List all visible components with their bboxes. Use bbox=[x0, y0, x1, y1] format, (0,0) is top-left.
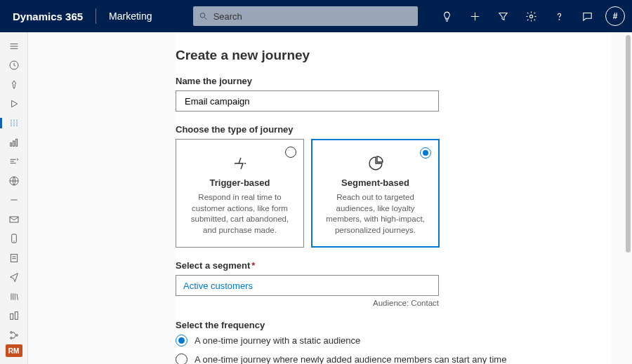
search-icon bbox=[199, 11, 208, 21]
card-trigger-title: Trigger-based bbox=[186, 177, 294, 188]
journey-name-input[interactable] bbox=[176, 90, 439, 112]
triggers-icon[interactable] bbox=[0, 152, 28, 171]
left-nav-rail: RM bbox=[0, 32, 28, 364]
filter-icon[interactable] bbox=[490, 0, 515, 32]
globe-icon[interactable] bbox=[0, 171, 28, 190]
svg-point-4 bbox=[529, 15, 532, 18]
app-name[interactable]: Marketing bbox=[96, 11, 164, 22]
svg-point-29 bbox=[15, 334, 18, 336]
radio-icon bbox=[176, 335, 187, 346]
pin-icon[interactable] bbox=[0, 75, 28, 94]
svg-rect-25 bbox=[10, 314, 13, 319]
plus-icon[interactable] bbox=[462, 0, 487, 32]
search-input[interactable] bbox=[212, 11, 412, 22]
freq-option-onetime-static[interactable]: A one-time journey with a static audienc… bbox=[176, 335, 610, 346]
main-content: Create a new journey Name the journey Ch… bbox=[28, 32, 632, 364]
audience-note: Audience: Contact bbox=[176, 299, 439, 307]
svg-rect-10 bbox=[10, 143, 11, 147]
analytics-icon[interactable] bbox=[0, 133, 28, 151]
card-segment-based[interactable]: Segment-based Reach out to targeted audi… bbox=[311, 139, 440, 248]
radio-segment[interactable] bbox=[420, 147, 431, 159]
chat-icon[interactable] bbox=[574, 0, 600, 32]
forms-icon[interactable] bbox=[0, 248, 28, 267]
radio-icon bbox=[176, 353, 187, 364]
hamburger-icon[interactable] bbox=[0, 36, 28, 55]
user-avatar[interactable]: # bbox=[605, 6, 625, 26]
area-switcher-badge[interactable]: RM bbox=[6, 344, 22, 357]
svg-rect-18 bbox=[11, 254, 17, 262]
segment-lookup[interactable]: Active customers bbox=[176, 275, 439, 296]
gear-icon[interactable] bbox=[518, 0, 544, 32]
svg-rect-15 bbox=[10, 217, 18, 222]
svg-point-27 bbox=[10, 331, 12, 333]
svg-point-28 bbox=[10, 337, 12, 339]
help-icon[interactable] bbox=[546, 0, 572, 32]
svg-point-0 bbox=[200, 13, 205, 18]
freq-option-onetime-dynamic[interactable]: A one-time journey where newly added aud… bbox=[176, 353, 610, 364]
send-icon[interactable] bbox=[0, 267, 28, 286]
freq-opt1-label: A one-time journey with a static audienc… bbox=[195, 335, 360, 346]
brand-name[interactable]: Dynamics 365 bbox=[0, 0, 96, 32]
page-title: Create a new journey bbox=[176, 48, 610, 63]
bolt-icon bbox=[186, 154, 294, 173]
svg-point-5 bbox=[559, 19, 560, 20]
journeys-icon[interactable] bbox=[0, 114, 28, 133]
play-icon[interactable] bbox=[0, 94, 28, 113]
mobile-icon[interactable] bbox=[0, 229, 28, 248]
global-search[interactable] bbox=[193, 6, 418, 26]
type-label: Choose the type of journey bbox=[176, 124, 610, 135]
library-icon[interactable] bbox=[0, 287, 28, 306]
name-label: Name the journey bbox=[176, 76, 610, 86]
divider-icon bbox=[0, 191, 28, 210]
scrollbar[interactable] bbox=[626, 35, 631, 252]
svg-rect-26 bbox=[15, 312, 18, 320]
segment-label: Select a segment* bbox=[176, 260, 610, 271]
org-icon[interactable] bbox=[0, 306, 28, 325]
frequency-label: Select the frequency bbox=[176, 320, 610, 330]
email-icon[interactable] bbox=[0, 210, 28, 229]
journey-name-field[interactable] bbox=[183, 95, 431, 107]
card-segment-title: Segment-based bbox=[322, 177, 429, 188]
lightbulb-icon[interactable] bbox=[434, 0, 459, 32]
radio-trigger[interactable] bbox=[285, 147, 296, 158]
recent-icon[interactable] bbox=[0, 55, 28, 74]
svg-rect-12 bbox=[15, 139, 17, 146]
card-trigger-desc: Respond in real time to customer actions… bbox=[186, 192, 294, 236]
svg-line-24 bbox=[17, 294, 18, 300]
pie-icon bbox=[322, 154, 429, 173]
freq-opt2-label: A one-time journey where newly added aud… bbox=[195, 354, 506, 364]
card-segment-desc: Reach out to targeted audiences, like lo… bbox=[322, 192, 429, 236]
connections-icon[interactable] bbox=[0, 325, 28, 344]
svg-line-1 bbox=[204, 18, 206, 20]
top-bar: Dynamics 365 Marketing # bbox=[0, 0, 632, 32]
card-trigger-based[interactable]: Trigger-based Respond in real time to cu… bbox=[176, 139, 304, 248]
svg-rect-11 bbox=[13, 141, 14, 146]
